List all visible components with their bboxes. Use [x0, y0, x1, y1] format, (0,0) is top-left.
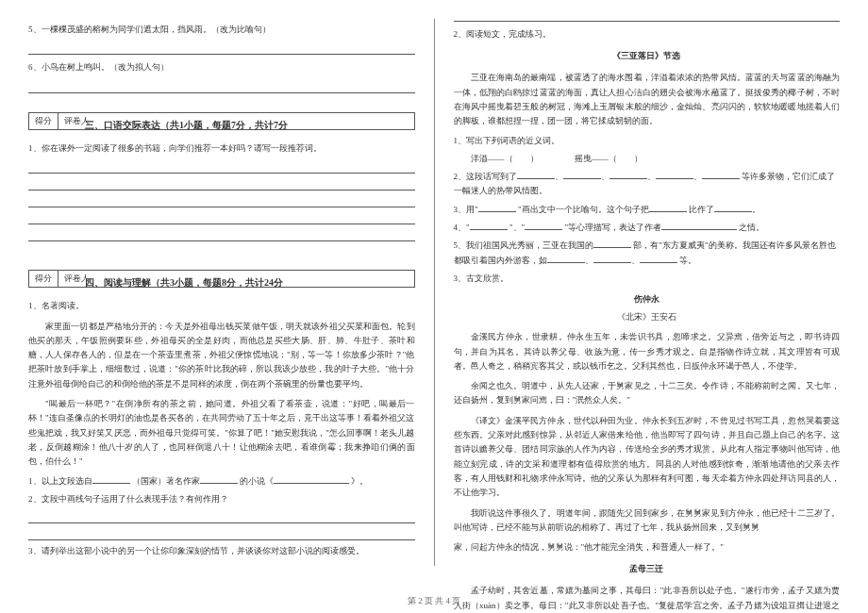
- blank: [714, 203, 752, 212]
- passage1-p1: 三亚在海南岛的最南端，被蓝透了的海水围着，洋溢着浓浓的热带风情。蓝蓝的天与蓝蓝的…: [454, 71, 841, 128]
- passage2-p2: 余闻之也久。明道中，从先人还家，于舅家见之，十二三矣。令作诗，不能称前时之闻。又…: [454, 379, 841, 408]
- p1-sq3: 3、用" "画出文中一个比喻句。这个句子把 比作了。: [454, 203, 841, 217]
- question-5: 5、一棵棵茂盛的榕树为同学们遮太阳，挡风雨。（改为比喻句）: [28, 23, 415, 36]
- passage2-p1: 金溪民方仲永，世隶耕。仲永生五年，未尝识书具，忽啼求之。父异焉，借旁近与之，即书…: [454, 330, 841, 373]
- sq4c: "等心理描写，表达了作者: [565, 223, 662, 232]
- blank: [517, 170, 555, 179]
- passage2-p4: 我听说这件事很久了。明道年间，跟随先父回到家乡，在舅舅家见到方仲永，他已经十二三…: [454, 506, 841, 536]
- answer-line: [28, 80, 415, 93]
- section3-q1: 1、你在课外一定阅读了很多的书籍，向学们推荐一本好吗？请写一段推荐词。: [28, 141, 415, 155]
- p1-sq4: 4、" "、" "等心理描写，表达了作者 之情。: [454, 221, 841, 235]
- blank: [274, 474, 349, 484]
- sq1a: 洋溢——（: [471, 154, 513, 163]
- answer-line: [454, 21, 841, 22]
- section-3-title: 三、口语交际表达（共1小题，每题7分，共计7分: [85, 119, 415, 132]
- answer-line: [28, 510, 415, 523]
- answer-line: [28, 41, 415, 55]
- blank: [563, 170, 601, 179]
- p1-sq2: 2、这段话写到了、、、、 等许多景物，它们汇成了一幅迷人的热带风情图。: [454, 170, 841, 199]
- answer-line: [28, 527, 415, 540]
- passage1-title: 《三亚落日》节选: [454, 50, 841, 62]
- left-column: 5、一棵棵茂盛的榕树为同学们遮太阳，挡风雨。（改为比喻句） 6、小鸟在树上鸣叫。…: [28, 19, 415, 594]
- passage-p1: 家里面一切都是严格地分开的：今天是外祖母出钱买菜做午饭，明天就该外祖父买菜和面包…: [28, 320, 415, 391]
- page-columns: 5、一棵棵茂盛的榕树为同学们遮太阳，挡风雨。（改为比喻句） 6、小鸟在树上鸣叫。…: [28, 19, 840, 594]
- passage2-p3: 《译文》金溪平民方仲永，世代以种田为业。仲永长到五岁时，不曾见过书写工具，忽然哭…: [454, 414, 841, 501]
- passage2-title: 伤仲永: [454, 293, 841, 306]
- score-label: 得分: [29, 113, 58, 129]
- passage2-author: 《北宋》王安石: [454, 311, 841, 323]
- question-6: 6、小鸟在树上鸣叫。（改为拟人句）: [28, 60, 415, 74]
- blank: [640, 254, 677, 263]
- blank: [478, 203, 516, 212]
- sq1-text-b: （国家）著名作家: [132, 476, 200, 486]
- blank: [649, 203, 687, 212]
- answer-line: [28, 194, 415, 207]
- sq5c: 等。: [679, 256, 696, 265]
- score-label: 得分: [29, 271, 58, 287]
- blank: [593, 254, 631, 263]
- section-4-title: 四、阅读与理解（共3小题，每题8分，共计24分: [85, 276, 415, 290]
- right-column: 2、阅读短文，完成练习。 《三亚落日》节选 三亚在海南岛的最南端，被蓝透了的海水…: [454, 19, 841, 594]
- sub-q1: 1、以上文段选自 （国家）著名作家 的小说《 》。: [28, 474, 415, 489]
- answer-line: [28, 177, 415, 191]
- answer-line: [28, 211, 415, 224]
- column-divider: [434, 19, 435, 566]
- sq5a: 5、我们祖国风光秀丽，三亚在我国的: [454, 240, 594, 250]
- sub-q2: 2、文段中画线句子运用了什么表现手法？有何作用？: [28, 492, 415, 506]
- blank: [593, 239, 631, 248]
- sq2a: 2、这段话写到了: [454, 172, 518, 181]
- q2-label: 2、阅读短文，完成练习。: [454, 27, 841, 41]
- sub-q3: 3、请列举出这部小说中的另一个让你印象深刻的情节，并谈谈你对这部小说的阅读感受。: [28, 544, 415, 558]
- passage3-title: 孟母三迁: [454, 563, 841, 575]
- answer-line: [28, 160, 415, 174]
- passage-p2: "喝最后一杯吧？"在倒净所有的茶之前，她问道。外祖父看了看茶壶，说道："好吧，喝…: [28, 397, 415, 469]
- p1-sq6: 3、古文欣赏。: [454, 272, 841, 286]
- sq3b: "画出文中一个比喻句。这个句子把: [518, 205, 649, 214]
- answer-line: [28, 228, 415, 241]
- sq1-text-a: 1、以上文段选自: [28, 476, 92, 486]
- reading-label: 1、名著阅读。: [28, 299, 415, 312]
- sq1b: 摇曳——（: [575, 154, 617, 163]
- blank: [92, 474, 130, 484]
- page-footer: 第 2 页 共 4 页: [0, 595, 868, 607]
- blank: [661, 221, 737, 230]
- sq4d: 之情。: [739, 223, 764, 232]
- sq4b: "、": [509, 223, 525, 232]
- blank: [609, 170, 647, 179]
- blank: [547, 254, 585, 263]
- sq1-text-c: 的小说《: [240, 476, 274, 486]
- blank: [200, 474, 238, 484]
- blank: [702, 170, 740, 179]
- sq3a: 3、用": [454, 205, 478, 214]
- p1-sq1-items: 洋溢——（ ） 摇曳——（ ）: [454, 152, 841, 166]
- blank: [470, 221, 508, 230]
- p1-sq1: 1、写出下列词语的近义词。: [454, 134, 841, 148]
- sq4a: 4、": [454, 223, 470, 232]
- passage2-p5: 家，问起方仲永的情况，舅舅说："他才能完全消失，和普通人一样了。": [454, 540, 841, 555]
- sq1-text-d: 》。: [351, 476, 368, 486]
- blank: [656, 170, 693, 179]
- p1-sq5: 5、我们祖国风光秀丽，三亚在我国的 部，有"东方夏威夷"的美称。我国还有许多风景…: [454, 239, 841, 268]
- blank: [525, 221, 562, 230]
- sq3c: 比作了: [689, 205, 714, 214]
